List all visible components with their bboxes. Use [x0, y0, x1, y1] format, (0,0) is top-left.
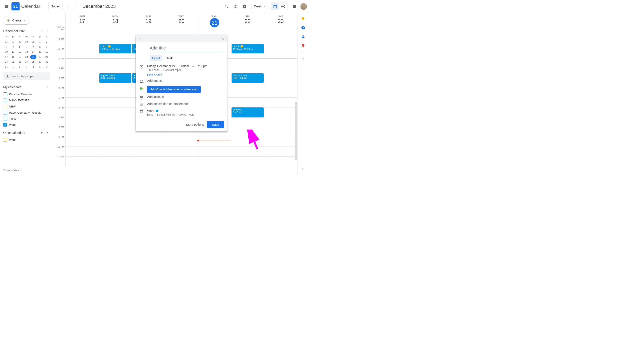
task-tab[interactable]: Task	[164, 55, 175, 61]
mini-day-cell[interactable]: 29	[23, 40, 30, 44]
mini-day-cell[interactable]: 28	[30, 60, 37, 64]
mini-day-cell[interactable]: 30	[30, 40, 37, 44]
day-header[interactable]: THU21	[198, 13, 231, 29]
mini-day-cell[interactable]: 3	[23, 64, 30, 69]
day-header[interactable]: SAT23	[264, 13, 297, 29]
tasks-view-toggle[interactable]	[279, 3, 287, 10]
mini-day-cell[interactable]: 8	[37, 44, 43, 49]
mini-day-cell[interactable]: 22	[37, 54, 43, 59]
mini-next-button[interactable]	[45, 28, 50, 33]
mini-day-cell[interactable]: 17	[3, 54, 10, 59]
add-addon-button[interactable]	[301, 56, 306, 61]
mini-day-cell[interactable]: 12	[17, 50, 23, 54]
calendar-item[interactable]: Personal Calendar	[3, 91, 52, 97]
other-calendars-toggle[interactable]	[45, 130, 50, 135]
add-location-input[interactable]: Add location	[147, 95, 224, 98]
mini-day-cell[interactable]: 7	[30, 44, 37, 49]
calendar-event[interactable]: Improv Class2:30 – 3:30pm	[99, 73, 131, 82]
next-week-button[interactable]	[73, 3, 79, 10]
mini-day-cell[interactable]: 14	[30, 50, 37, 54]
apps-button[interactable]	[290, 2, 298, 10]
more-options-button[interactable]: More options	[186, 123, 204, 126]
calendar-item[interactable]: Work	[3, 137, 52, 143]
busy-status[interactable]: Busy	[147, 113, 153, 116]
my-calendars-toggle[interactable]	[45, 85, 50, 90]
close-button[interactable]	[220, 36, 225, 41]
event-date[interactable]: Friday, December 22	[147, 64, 175, 68]
create-button[interactable]: Create	[3, 16, 29, 24]
calendar-event[interactable]: Lunch 😴11:30am – 12:30pm	[99, 44, 131, 53]
calendar-event[interactable]: (No title)6 – 7pm	[232, 108, 264, 117]
today-button[interactable]: Today	[49, 3, 63, 10]
account-avatar[interactable]	[300, 3, 307, 10]
calendar-checkbox[interactable]	[3, 105, 7, 108]
main-menu-button[interactable]	[2, 2, 12, 11]
calendar-item[interactable]: MANY EVENTS	[3, 97, 52, 104]
mini-day-cell[interactable]: 26	[17, 60, 23, 64]
search-people-input[interactable]: Search for people	[3, 72, 50, 80]
event-end-time[interactable]: 7:00pm	[197, 64, 207, 68]
mini-day-cell[interactable]: 3	[3, 44, 10, 49]
calendar-item[interactable]: Paper Company - Google	[3, 110, 52, 116]
mini-day-cell[interactable]: 21	[30, 54, 37, 59]
mini-day-cell[interactable]: 27	[23, 60, 30, 64]
mini-day-cell[interactable]: 10	[3, 50, 10, 54]
calendar-event[interactable]: Improv Class2:30 – 3:30pm	[232, 73, 264, 82]
scrollbar-thumb[interactable]	[295, 102, 297, 160]
mini-day-cell[interactable]: 24	[3, 60, 10, 64]
other-calendars-header[interactable]: Other calendars	[3, 131, 25, 134]
mini-day-cell[interactable]: 11	[10, 50, 16, 54]
save-button[interactable]: Save	[207, 121, 224, 128]
notify-status[interactable]: Do not notify	[179, 113, 194, 116]
mini-day-cell[interactable]: 29	[37, 60, 43, 64]
mini-day-cell[interactable]: 28	[17, 40, 23, 44]
day-header[interactable]: TUE19	[132, 13, 165, 29]
mini-day-cell[interactable]: 4	[10, 44, 16, 49]
mini-day-cell[interactable]: 30	[44, 60, 50, 64]
view-selector[interactable]: Week	[252, 3, 268, 10]
find-time-button[interactable]: Find a time	[147, 73, 224, 77]
maps-button[interactable]	[301, 43, 306, 48]
contacts-button[interactable]	[301, 34, 306, 39]
mini-prev-button[interactable]	[39, 28, 44, 33]
mini-day-cell[interactable]: 31	[3, 64, 10, 69]
day-column[interactable]	[264, 29, 297, 166]
calendar-checkbox[interactable]	[3, 92, 7, 96]
event-title-input[interactable]	[150, 44, 224, 52]
add-description-input[interactable]: Add description or attachments	[147, 102, 224, 106]
mini-day-cell[interactable]: 1	[10, 64, 16, 69]
timezone-button[interactable]: Time zone	[147, 68, 159, 72]
calendar-item[interactable]: NEW	[3, 104, 52, 110]
day-header[interactable]: MON18	[99, 13, 132, 29]
visibility-status[interactable]: Default visibility	[157, 113, 175, 116]
calendar-event[interactable]: Lunch 😴11:30am – 12:30pm	[232, 44, 264, 53]
calendar-item[interactable]: Work	[3, 122, 52, 128]
mini-day-cell[interactable]: 27	[10, 40, 16, 44]
my-calendars-header[interactable]: My calendars	[3, 85, 22, 89]
add-meet-button[interactable]: Add Google Meet video conferencing	[147, 86, 201, 93]
day-column[interactable]: Lunch 😴11:30am – 12:30pmImprov Class2:30…	[99, 29, 132, 166]
mini-day-cell[interactable]: 23	[44, 54, 50, 59]
mini-day-cell[interactable]: 20	[23, 54, 30, 59]
prev-week-button[interactable]	[66, 3, 73, 10]
collapse-panel-button[interactable]	[301, 166, 306, 172]
mini-day-cell[interactable]: 4	[30, 64, 37, 69]
mini-day-cell[interactable]: 2	[44, 40, 50, 44]
footer-links[interactable]: Terms – Privacy	[3, 169, 52, 172]
mini-day-cell[interactable]: 25	[10, 60, 16, 64]
mini-day-cell[interactable]: 26	[3, 40, 10, 44]
mini-day-cell[interactable]: 13	[23, 50, 30, 54]
mini-day-cell[interactable]: 6	[44, 64, 50, 69]
calendar-checkbox[interactable]	[3, 111, 7, 114]
calendar-checkbox[interactable]	[3, 138, 7, 142]
repeat-button[interactable]: Does not repeat	[163, 68, 182, 72]
settings-button[interactable]	[241, 2, 249, 10]
tasks-button[interactable]	[301, 25, 306, 30]
day-header[interactable]: SUN17	[66, 13, 99, 29]
day-column[interactable]	[66, 29, 99, 166]
calendar-name[interactable]: Work	[147, 109, 154, 112]
add-guests-input[interactable]: Add guests	[147, 79, 224, 82]
mini-day-cell[interactable]: 9	[44, 44, 50, 49]
calendar-checkbox[interactable]	[3, 117, 7, 120]
event-tab[interactable]: Event	[150, 55, 162, 61]
